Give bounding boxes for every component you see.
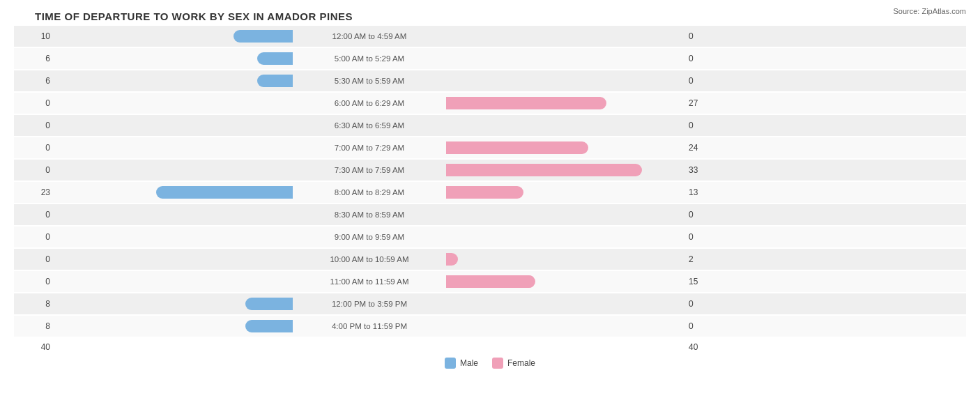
male-value: 0: [14, 277, 56, 286]
female-bar: [446, 186, 523, 199]
male-value: 0: [14, 232, 56, 242]
axis-right-label: 40: [683, 342, 698, 352]
table-row: 8 12:00 PM to 3:59 PM 0: [14, 293, 966, 314]
table-row: 0 11:00 AM to 11:59 AM 15: [14, 271, 966, 292]
female-value: 0: [683, 76, 725, 86]
table-row: 6 5:30 AM to 5:59 AM 0: [14, 70, 966, 91]
table-row: 0 10:00 AM to 10:59 AM 2: [14, 249, 966, 270]
female-value: 2: [683, 254, 725, 264]
time-label: 10:00 AM to 10:59 AM: [293, 255, 446, 263]
table-row: 23 8:00 AM to 8:29 AM 13: [14, 182, 966, 203]
male-value: 10: [14, 31, 56, 41]
female-value: 0: [683, 31, 725, 41]
table-row: 0 8:30 AM to 8:59 AM 0: [14, 204, 966, 225]
male-bar: [156, 186, 293, 199]
time-label: 7:00 AM to 7:29 AM: [293, 144, 446, 152]
table-row: 6 5:00 AM to 5:29 AM 0: [14, 48, 966, 69]
time-label: 6:30 AM to 6:59 AM: [293, 121, 446, 130]
male-bar-area: [56, 52, 293, 65]
male-bar-area: [56, 164, 293, 176]
time-label: 6:00 AM to 6:29 AM: [293, 99, 446, 107]
time-label: 12:00 PM to 3:59 PM: [293, 300, 446, 308]
female-value: 0: [683, 321, 725, 331]
female-value: 0: [683, 210, 725, 220]
female-value: 0: [683, 232, 725, 242]
female-value: 13: [683, 187, 725, 197]
time-label: 11:00 AM to 11:59 AM: [293, 277, 446, 286]
legend: Male Female: [14, 358, 966, 369]
male-bar-area: [56, 253, 293, 266]
time-label: 8:30 AM to 8:59 AM: [293, 210, 446, 219]
male-value: 0: [14, 98, 56, 108]
male-bar: [257, 52, 293, 65]
male-bar-area: [56, 141, 293, 154]
male-value: 8: [14, 299, 56, 309]
male-bar-area: [56, 186, 293, 199]
axis-left-label: 40: [14, 342, 56, 352]
table-row: 0 6:00 AM to 6:29 AM 27: [14, 93, 966, 114]
female-bar-area: [446, 141, 683, 154]
male-bar-area: [56, 119, 293, 132]
male-bar: [245, 298, 293, 310]
female-value: 27: [683, 98, 725, 108]
female-bar: [446, 164, 642, 176]
table-row: 0 7:00 AM to 7:29 AM 24: [14, 137, 966, 158]
source-text: Source: ZipAtlas.com: [893, 7, 966, 15]
male-bar: [257, 75, 293, 87]
legend-female-label: Female: [507, 358, 535, 368]
female-bar-area: [446, 275, 683, 288]
female-value: 0: [683, 54, 725, 63]
male-bar-area: [56, 320, 293, 332]
male-value: 6: [14, 76, 56, 86]
female-bar: [446, 141, 588, 154]
axis-row: 40 40: [14, 342, 966, 352]
female-bar-area: [446, 119, 683, 132]
table-row: 0 9:00 AM to 9:59 AM 0: [14, 227, 966, 247]
table-row: 0 7:30 AM to 7:59 AM 33: [14, 160, 966, 181]
female-bar: [446, 253, 458, 266]
time-label: 5:00 AM to 5:29 AM: [293, 54, 446, 63]
female-value: 15: [683, 277, 725, 286]
female-bar-area: [446, 253, 683, 266]
legend-female: Female: [492, 358, 535, 369]
female-bar-area: [446, 186, 683, 199]
male-bar-area: [56, 231, 293, 243]
time-label: 7:30 AM to 7:59 AM: [293, 166, 446, 174]
time-label: 4:00 PM to 11:59 PM: [293, 322, 446, 330]
female-value: 33: [683, 165, 725, 175]
male-bar-area: [56, 298, 293, 310]
female-value: 0: [683, 121, 725, 130]
table-row: 0 6:30 AM to 6:59 AM 0: [14, 115, 966, 136]
chart-container: TIME OF DEPARTURE TO WORK BY SEX IN AMAD…: [0, 0, 980, 414]
female-value: 24: [683, 143, 725, 153]
male-value: 8: [14, 321, 56, 331]
male-bar-area: [56, 30, 293, 43]
legend-male-box: [445, 358, 456, 369]
legend-male: Male: [445, 358, 478, 369]
male-value: 0: [14, 165, 56, 175]
male-value: 0: [14, 143, 56, 153]
female-bar-area: [446, 30, 683, 43]
time-label: 9:00 AM to 9:59 AM: [293, 233, 446, 241]
female-bar: [446, 275, 535, 288]
male-bar-area: [56, 75, 293, 87]
female-bar-area: [446, 164, 683, 176]
chart-title: TIME OF DEPARTURE TO WORK BY SEX IN AMAD…: [14, 7, 966, 26]
female-bar-area: [446, 231, 683, 243]
time-label: 12:00 AM to 4:59 AM: [293, 32, 446, 40]
female-bar-area: [446, 97, 683, 109]
female-bar-area: [446, 208, 683, 221]
male-bar-area: [56, 275, 293, 288]
male-value: 6: [14, 54, 56, 63]
male-bar-area: [56, 97, 293, 109]
time-label: 5:30 AM to 5:59 AM: [293, 77, 446, 85]
male-bar: [233, 30, 293, 43]
male-value: 23: [14, 187, 56, 197]
male-value: 0: [14, 254, 56, 264]
table-row: 8 4:00 PM to 11:59 PM 0: [14, 316, 966, 337]
female-value: 0: [683, 299, 725, 309]
female-bar-area: [446, 298, 683, 310]
female-bar-area: [446, 75, 683, 87]
female-bar-area: [446, 52, 683, 65]
chart-area: 10 12:00 AM to 4:59 AM 0 6 5:00 AM to 5:…: [14, 26, 966, 337]
